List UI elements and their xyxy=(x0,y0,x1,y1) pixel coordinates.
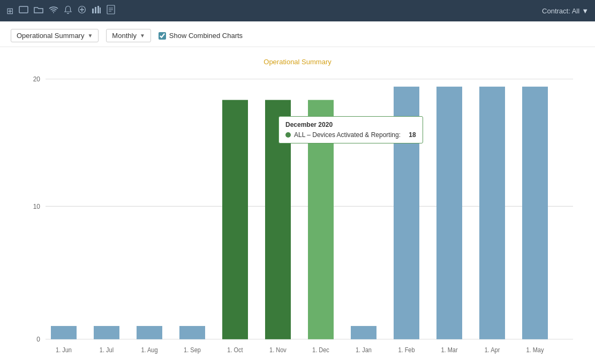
svg-rect-19 xyxy=(51,326,77,339)
svg-text:1. Jun: 1. Jun xyxy=(56,346,72,353)
report-label: Operational Summary xyxy=(17,32,84,40)
toolbar: Operational Summary ▼ Monthly ▼ Show Com… xyxy=(0,21,595,47)
contract-caret: ▼ xyxy=(582,7,589,15)
chart-container: 0 10 20 xyxy=(16,73,578,362)
window-icon[interactable] xyxy=(19,6,28,16)
report-caret: ▼ xyxy=(87,33,93,39)
chart-title: Operational Summary xyxy=(16,58,579,66)
show-combined-checkbox[interactable] xyxy=(159,32,166,40)
svg-rect-8 xyxy=(100,7,101,13)
period-label: Monthly xyxy=(112,32,137,40)
grid-icon[interactable]: ⊞ xyxy=(6,6,13,16)
contract-label: Contract: All xyxy=(542,7,579,15)
chart-svg: 0 10 20 xyxy=(16,73,578,362)
bar-chart-icon[interactable] xyxy=(92,5,101,16)
period-dropdown[interactable]: Monthly ▼ xyxy=(106,29,150,42)
svg-rect-29 xyxy=(479,87,505,339)
svg-text:1. Sep: 1. Sep xyxy=(184,346,201,353)
svg-rect-27 xyxy=(394,87,419,339)
svg-text:1. Nov: 1. Nov xyxy=(269,346,287,353)
show-combined-checkbox-label[interactable]: Show Combined Charts xyxy=(159,32,243,40)
svg-rect-24 xyxy=(265,100,291,339)
document-icon[interactable] xyxy=(107,5,115,17)
svg-text:1. Oct: 1. Oct xyxy=(227,346,243,353)
svg-rect-28 xyxy=(436,87,462,339)
bell-icon[interactable] xyxy=(64,5,72,16)
svg-rect-5 xyxy=(92,9,94,13)
svg-text:1. Jul: 1. Jul xyxy=(100,346,114,353)
folder-icon[interactable] xyxy=(34,6,43,16)
svg-text:20: 20 xyxy=(33,75,40,84)
show-combined-label: Show Combined Charts xyxy=(169,32,243,40)
svg-rect-6 xyxy=(95,7,96,13)
navbar-icons: ⊞ xyxy=(6,5,115,17)
svg-text:1. Dec: 1. Dec xyxy=(312,346,329,353)
svg-rect-0 xyxy=(19,6,28,13)
svg-rect-21 xyxy=(137,326,162,339)
svg-text:1. Jan: 1. Jan xyxy=(356,346,372,353)
svg-rect-30 xyxy=(522,87,548,339)
svg-rect-7 xyxy=(97,6,99,13)
svg-text:1. May: 1. May xyxy=(526,346,544,353)
svg-text:10: 10 xyxy=(33,202,40,210)
svg-rect-25 xyxy=(308,100,334,339)
svg-text:1. Apr: 1. Apr xyxy=(485,346,500,353)
chart-area: Operational Summary 0 10 20 xyxy=(0,47,595,364)
svg-text:1. Aug: 1. Aug xyxy=(141,346,157,353)
svg-rect-23 xyxy=(222,100,248,339)
svg-rect-26 xyxy=(351,326,376,339)
plus-circle-icon[interactable] xyxy=(78,5,86,16)
svg-point-1 xyxy=(53,12,54,13)
contract-selector[interactable]: Contract: All ▼ xyxy=(542,7,589,15)
svg-rect-22 xyxy=(179,326,205,339)
svg-text:1. Feb: 1. Feb xyxy=(398,346,415,353)
wifi-icon[interactable] xyxy=(49,6,58,16)
navbar: ⊞ xyxy=(0,0,595,21)
svg-rect-20 xyxy=(94,326,119,339)
svg-text:0: 0 xyxy=(36,336,40,344)
svg-text:1. Mar: 1. Mar xyxy=(441,346,457,353)
period-caret: ▼ xyxy=(140,33,145,39)
report-dropdown[interactable]: Operational Summary ▼ xyxy=(11,29,99,42)
